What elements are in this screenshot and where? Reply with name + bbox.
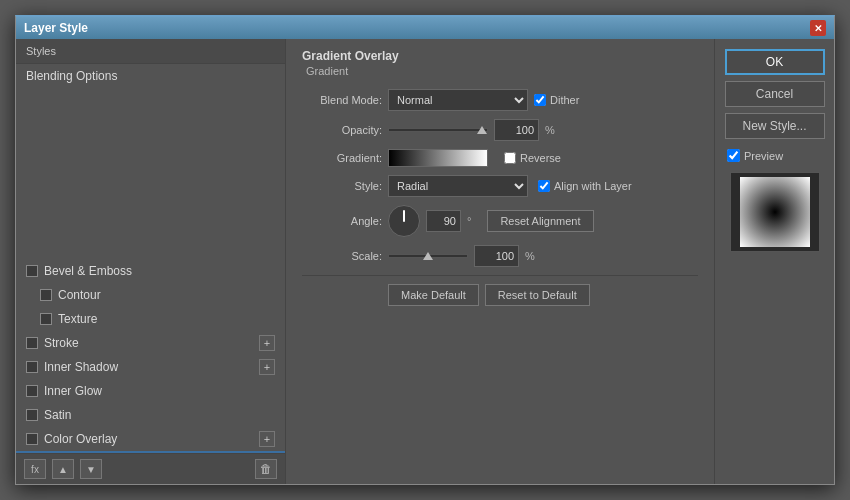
cancel-button[interactable]: Cancel: [725, 81, 825, 107]
texture-checkbox[interactable]: [40, 313, 52, 325]
layer-item-bevel-emboss[interactable]: Bevel & Emboss: [16, 259, 285, 283]
scale-slider[interactable]: [388, 250, 468, 262]
satin-label: Satin: [44, 408, 71, 422]
reverse-checkbox[interactable]: [504, 152, 516, 164]
style-select[interactable]: LinearRadialAngleReflectedDiamond: [388, 175, 528, 197]
opacity-input[interactable]: 100: [494, 119, 539, 141]
layer-list: Blending Options: [16, 64, 285, 259]
center-panel: Gradient Overlay Gradient Blend Mode: No…: [286, 39, 714, 484]
move-up-button[interactable]: ▲: [52, 459, 74, 479]
inner-glow-checkbox[interactable]: [26, 385, 38, 397]
inner-glow-label: Inner Glow: [44, 384, 102, 398]
opacity-thumb: [477, 126, 487, 134]
panel-subtitle: Gradient: [302, 65, 698, 77]
layer-item-contour[interactable]: Contour: [16, 283, 285, 307]
dialog-title: Layer Style: [24, 21, 88, 35]
inner-shadow-label: Inner Shadow: [44, 360, 118, 374]
stroke-checkbox[interactable]: [26, 337, 38, 349]
close-button[interactable]: ✕: [810, 20, 826, 36]
preview-label-row: Preview: [723, 149, 783, 162]
blending-options-item[interactable]: Blending Options: [16, 64, 285, 88]
scale-label: Scale:: [302, 250, 382, 262]
opacity-unit: %: [545, 124, 555, 136]
contour-label: Contour: [58, 288, 101, 302]
fx-button[interactable]: fx: [24, 459, 46, 479]
trash-icon: 🗑: [260, 462, 272, 476]
gradient-label: Gradient:: [302, 152, 382, 164]
reset-alignment-button[interactable]: Reset Alignment: [487, 210, 593, 232]
ok-button[interactable]: OK: [725, 49, 825, 75]
gradient-row: Gradient: Reverse: [302, 149, 698, 167]
blend-mode-select[interactable]: NormalDissolveDarkenMultiplyColor BurnLi…: [388, 89, 528, 111]
opacity-slider[interactable]: [388, 124, 488, 136]
fx-label: fx: [31, 464, 39, 475]
angle-dial[interactable]: [388, 205, 420, 237]
up-icon: ▲: [58, 464, 68, 475]
angle-unit: °: [467, 215, 471, 227]
scale-track: [388, 254, 468, 258]
opacity-label: Opacity:: [302, 124, 382, 136]
reset-to-default-button[interactable]: Reset to Default: [485, 284, 590, 306]
reverse-checkbox-label[interactable]: Reverse: [504, 152, 561, 164]
scale-input[interactable]: 100: [474, 245, 519, 267]
layer-item-texture[interactable]: Texture: [16, 307, 285, 331]
layer-item-stroke[interactable]: Stroke+: [16, 331, 285, 355]
layer-style-dialog: Layer Style ✕ Styles Blending Options Be…: [15, 15, 835, 485]
divider: [302, 275, 698, 276]
bevel-emboss-checkbox[interactable]: [26, 265, 38, 277]
angle-input[interactable]: 90: [426, 210, 461, 232]
angle-label: Angle:: [302, 215, 382, 227]
align-checkbox[interactable]: [538, 180, 550, 192]
down-icon: ▼: [86, 464, 96, 475]
stroke-add-button[interactable]: +: [259, 335, 275, 351]
dialog-body: Styles Blending Options Bevel & EmbossCo…: [16, 39, 834, 484]
satin-checkbox[interactable]: [26, 409, 38, 421]
color-overlay-checkbox[interactable]: [26, 433, 38, 445]
color-overlay-add-button[interactable]: +: [259, 431, 275, 447]
right-panel: OK Cancel New Style... Preview: [714, 39, 834, 484]
scale-row: Scale: 100 %: [302, 245, 698, 267]
scale-thumb: [423, 252, 433, 260]
stroke-label: Stroke: [44, 336, 79, 350]
layer-item-inner-glow[interactable]: Inner Glow: [16, 379, 285, 403]
layer-item-satin[interactable]: Satin: [16, 403, 285, 427]
dither-label: Dither: [550, 94, 579, 106]
layer-item-gradient-overlay[interactable]: Gradient Overlay+: [16, 451, 285, 454]
preview-checkbox[interactable]: [727, 149, 740, 162]
delete-button[interactable]: 🗑: [255, 459, 277, 479]
layer-item-inner-shadow[interactable]: Inner Shadow+: [16, 355, 285, 379]
align-checkbox-label[interactable]: Align with Layer: [538, 180, 632, 192]
layer-items-list: Bevel & EmbossContourTextureStroke+Inner…: [16, 259, 285, 454]
preview-image: [740, 177, 810, 247]
left-panel: Styles Blending Options Bevel & EmbossCo…: [16, 39, 286, 484]
color-overlay-label: Color Overlay: [44, 432, 117, 446]
title-bar: Layer Style ✕: [16, 17, 834, 39]
styles-header: Styles: [16, 39, 285, 64]
dither-checkbox[interactable]: [534, 94, 546, 106]
panel-title: Gradient Overlay: [302, 49, 698, 63]
inner-shadow-checkbox[interactable]: [26, 361, 38, 373]
style-label: Style:: [302, 180, 382, 192]
style-row: Style: LinearRadialAngleReflectedDiamond…: [302, 175, 698, 197]
preview-label: Preview: [744, 150, 783, 162]
inner-shadow-add-button[interactable]: +: [259, 359, 275, 375]
texture-label: Texture: [58, 312, 97, 326]
gradient-preview[interactable]: [388, 149, 488, 167]
make-default-button[interactable]: Make Default: [388, 284, 479, 306]
move-down-button[interactable]: ▼: [80, 459, 102, 479]
blending-options-label: Blending Options: [26, 69, 117, 83]
preview-box: [730, 172, 820, 252]
blend-mode-label: Blend Mode:: [302, 94, 382, 106]
action-buttons-row: Make Default Reset to Default: [302, 284, 698, 306]
reverse-label: Reverse: [520, 152, 561, 164]
layer-item-color-overlay[interactable]: Color Overlay+: [16, 427, 285, 451]
left-panel-footer: fx ▲ ▼ 🗑: [16, 453, 285, 484]
contour-checkbox[interactable]: [40, 289, 52, 301]
blend-mode-row: Blend Mode: NormalDissolveDarkenMultiply…: [302, 89, 698, 111]
dither-checkbox-label[interactable]: Dither: [534, 94, 579, 106]
opacity-row: Opacity: 100 %: [302, 119, 698, 141]
angle-row: Angle: 90 ° Reset Alignment: [302, 205, 698, 237]
opacity-track: [388, 128, 488, 132]
scale-unit: %: [525, 250, 535, 262]
new-style-button[interactable]: New Style...: [725, 113, 825, 139]
